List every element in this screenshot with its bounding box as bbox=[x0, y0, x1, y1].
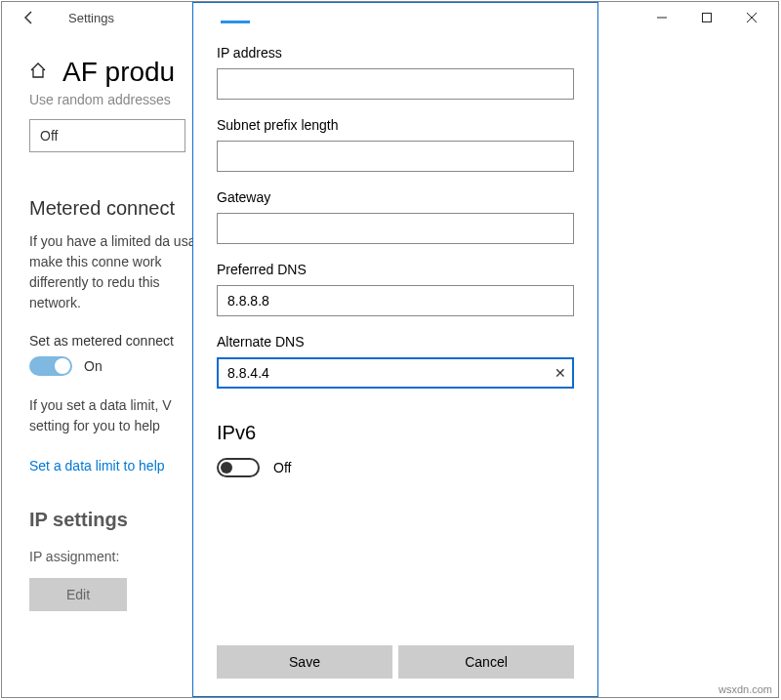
metered-toggle-state: On bbox=[84, 358, 103, 374]
gateway-label: Gateway bbox=[217, 189, 574, 205]
back-button[interactable] bbox=[14, 2, 45, 33]
watermark: wsxdn.com bbox=[719, 683, 772, 695]
ip-address-label: IP address bbox=[217, 45, 574, 61]
ipv6-heading: IPv6 bbox=[217, 422, 574, 444]
home-icon[interactable] bbox=[29, 62, 47, 84]
subnet-label: Subnet prefix length bbox=[217, 117, 574, 133]
minimize-button[interactable] bbox=[639, 2, 684, 33]
alternate-dns-label: Alternate DNS bbox=[217, 334, 574, 350]
save-button[interactable]: Save bbox=[217, 645, 392, 679]
dialog-tab-indicator bbox=[221, 21, 250, 23]
settings-window: Settings AF produ Use random addresses O… bbox=[1, 1, 779, 698]
close-button[interactable] bbox=[729, 2, 774, 33]
metered-toggle[interactable] bbox=[29, 356, 72, 376]
ipv6-toggle-state: Off bbox=[273, 460, 291, 475]
page-title: AF produ bbox=[62, 57, 175, 88]
maximize-button[interactable] bbox=[684, 2, 729, 33]
cancel-button[interactable]: Cancel bbox=[398, 645, 574, 679]
window-controls bbox=[639, 2, 774, 33]
clear-input-icon[interactable]: ✕ bbox=[555, 365, 566, 381]
random-address-dropdown[interactable]: Off bbox=[29, 119, 185, 152]
preferred-dns-label: Preferred DNS bbox=[217, 262, 574, 277]
ipv6-toggle[interactable] bbox=[217, 458, 260, 477]
ip-address-input[interactable] bbox=[217, 68, 574, 100]
subnet-input[interactable] bbox=[217, 141, 574, 172]
data-limit-description: If you set a data limit, V setting for y… bbox=[29, 395, 215, 436]
svg-rect-1 bbox=[703, 14, 712, 22]
alternate-dns-input[interactable] bbox=[217, 357, 574, 389]
ip-settings-dialog: IP address Subnet prefix length Gateway … bbox=[192, 2, 598, 697]
random-address-value: Off bbox=[40, 128, 58, 144]
edit-button[interactable]: Edit bbox=[29, 578, 127, 611]
preferred-dns-input[interactable] bbox=[217, 285, 574, 316]
app-title: Settings bbox=[68, 11, 114, 25]
gateway-input[interactable] bbox=[217, 213, 574, 244]
metered-description: If you have a limited da usage, make thi… bbox=[29, 231, 215, 313]
